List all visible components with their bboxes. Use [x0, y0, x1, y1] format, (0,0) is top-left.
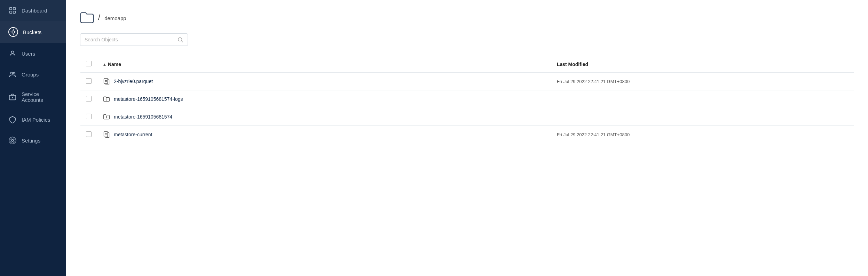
- svg-point-16: [178, 38, 182, 41]
- sidebar-item-buckets[interactable]: Buckets: [0, 21, 66, 43]
- col-name-label: Name: [108, 62, 121, 67]
- row-name-cell: metastore-current: [97, 126, 551, 144]
- col-modified-label: Last Modified: [557, 62, 588, 67]
- search-input[interactable]: [85, 37, 177, 42]
- row-checkbox[interactable]: [86, 78, 92, 84]
- sort-asc-icon: ▲: [103, 62, 106, 66]
- main-content: / demoapp ▲ Name: [66, 0, 868, 276]
- row-modified: Fri Jul 29 2022 22:41:21 GMT+0800: [557, 132, 630, 137]
- th-name[interactable]: ▲ Name: [97, 56, 551, 73]
- sidebar-label-settings: Settings: [22, 138, 40, 144]
- svg-point-11: [13, 72, 15, 74]
- sidebar-label-buckets: Buckets: [23, 29, 41, 35]
- sidebar-label-service-accounts: Service Accounts: [22, 91, 58, 103]
- row-modified-cell: [551, 108, 854, 126]
- row-modified-cell: Fri Jul 29 2022 22:41:21 GMT+0800: [551, 73, 854, 90]
- svg-rect-3: [13, 11, 15, 13]
- select-all-checkbox[interactable]: [86, 61, 92, 66]
- sidebar-label-iam-policies: IAM Policies: [22, 117, 50, 123]
- sidebar-item-iam-policies[interactable]: IAM Policies: [0, 109, 66, 130]
- search-bar: [80, 33, 188, 46]
- th-last-modified: Last Modified: [551, 56, 854, 73]
- table-row: metastore-current Fri Jul 29 2022 22:41:…: [80, 126, 854, 144]
- sidebar: Dashboard Buckets Users: [0, 0, 66, 276]
- sidebar-item-dashboard[interactable]: Dashboard: [0, 0, 66, 21]
- groups-icon: [8, 70, 17, 79]
- row-name[interactable]: metastore-current: [114, 132, 152, 137]
- svg-rect-0: [10, 8, 12, 10]
- svg-rect-18: [104, 79, 108, 84]
- row-modified-cell: [551, 90, 854, 108]
- table-header-row: ▲ Name Last Modified: [80, 56, 854, 73]
- sidebar-label-users: Users: [22, 51, 35, 57]
- breadcrumb-separator: /: [98, 14, 100, 21]
- svg-point-23: [106, 116, 107, 117]
- row-name[interactable]: metastore-1659105681574: [114, 114, 172, 120]
- buckets-icon: [8, 27, 18, 37]
- sidebar-item-users[interactable]: Users: [0, 43, 66, 64]
- search-icon: [177, 36, 183, 43]
- table-row: 2-bjvzrie0.parquet Fri Jul 29 2022 22:41…: [80, 73, 854, 90]
- folder-icon: [80, 11, 94, 24]
- users-icon: [8, 49, 17, 58]
- row-name-cell: metastore-1659105681574-logs: [97, 90, 551, 108]
- row-modified: Fri Jul 29 2022 22:41:21 GMT+0800: [557, 79, 630, 84]
- file-icon: [103, 78, 110, 85]
- row-modified-cell: Fri Jul 29 2022 22:41:21 GMT+0800: [551, 126, 854, 144]
- svg-rect-2: [10, 11, 12, 13]
- row-name[interactable]: 2-bjvzrie0.parquet: [114, 79, 153, 84]
- table-row: metastore-1659105681574: [80, 108, 854, 126]
- svg-point-4: [12, 31, 14, 33]
- sidebar-item-service-accounts[interactable]: Service Accounts: [0, 85, 66, 109]
- row-checkbox[interactable]: [86, 114, 92, 119]
- row-checkbox[interactable]: [86, 131, 92, 137]
- table-row: metastore-1659105681574-logs: [80, 90, 854, 108]
- svg-point-15: [11, 139, 14, 141]
- objects-table: ▲ Name Last Modified: [80, 56, 854, 144]
- page-header: / demoapp: [80, 11, 854, 24]
- search-bar-wrapper: [80, 33, 854, 46]
- svg-line-17: [181, 41, 183, 42]
- svg-point-9: [11, 51, 14, 54]
- file-icon: [103, 131, 110, 138]
- row-checkbox[interactable]: [86, 96, 92, 102]
- row-checkbox-cell: [80, 73, 97, 90]
- folder-icon: [103, 113, 110, 121]
- svg-rect-25: [104, 132, 108, 137]
- svg-point-10: [11, 72, 13, 74]
- row-name-cell: metastore-1659105681574: [97, 108, 551, 126]
- sidebar-label-dashboard: Dashboard: [22, 8, 47, 14]
- th-checkbox: [80, 56, 97, 73]
- row-checkbox-cell: [80, 108, 97, 126]
- svg-rect-1: [13, 8, 15, 10]
- sidebar-label-groups: Groups: [22, 72, 39, 78]
- bucket-name: demoapp: [104, 15, 126, 21]
- dashboard-icon: [8, 6, 17, 15]
- sidebar-item-settings[interactable]: Settings: [0, 130, 66, 151]
- row-name-cell: 2-bjvzrie0.parquet: [97, 73, 551, 90]
- row-name[interactable]: metastore-1659105681574-logs: [114, 96, 183, 102]
- row-checkbox-cell: [80, 126, 97, 144]
- iam-policies-icon: [8, 115, 17, 124]
- svg-point-21: [106, 99, 107, 100]
- row-checkbox-cell: [80, 90, 97, 108]
- service-accounts-icon: [8, 93, 17, 101]
- folder-icon: [103, 95, 110, 103]
- sidebar-item-groups[interactable]: Groups: [0, 64, 66, 85]
- settings-icon: [8, 136, 17, 145]
